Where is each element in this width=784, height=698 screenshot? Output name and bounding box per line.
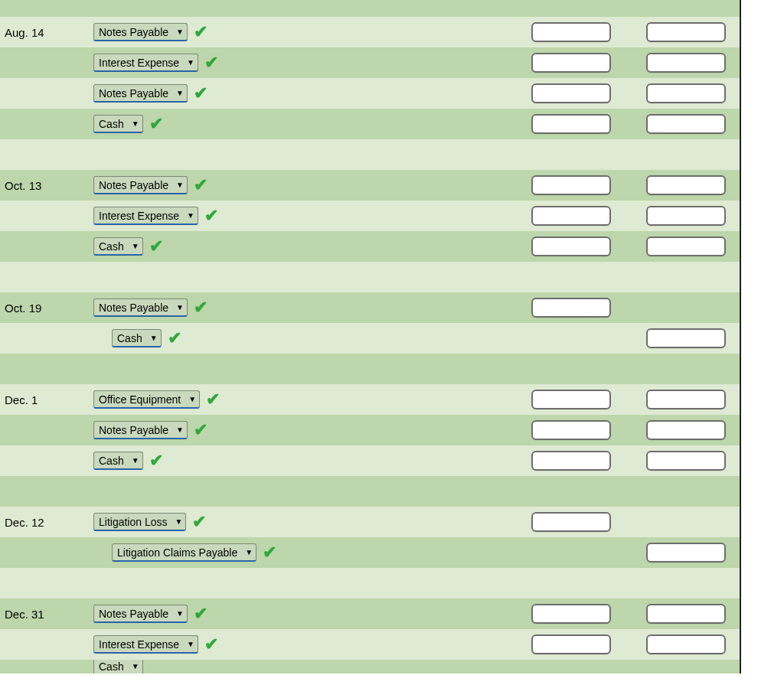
date-cell: Oct. 19 [0, 302, 93, 315]
account-select[interactable]: Notes Payable▼ [93, 298, 188, 317]
journal-row: Interest Expense▼✔ [0, 201, 740, 231]
chevron-down-icon: ▼ [245, 548, 253, 556]
account-select[interactable]: Cash▼ [112, 329, 162, 347]
credit-input[interactable] [646, 236, 726, 256]
credit-input[interactable] [646, 604, 726, 624]
journal-row: Notes Payable▼✔ [0, 415, 740, 445]
account-select[interactable]: Cash▼ [93, 452, 143, 470]
journal-row [0, 568, 740, 599]
account-select-label: Notes Payable [99, 302, 168, 314]
debit-cell [510, 634, 632, 654]
account-select[interactable]: Cash▼ [93, 115, 143, 133]
debit-cell [510, 114, 632, 134]
debit-input[interactable] [531, 390, 611, 409]
account-select[interactable]: Office Equipment▼ [93, 390, 200, 409]
credit-input[interactable] [646, 83, 726, 103]
journal-row: Interest Expense▼✔ [0, 47, 740, 78]
credit-cell [632, 83, 740, 103]
account-select[interactable]: Cash▼ [93, 237, 143, 256]
check-icon: ✔ [194, 605, 207, 622]
account-select-label: Notes Payable [99, 424, 168, 436]
debit-cell [510, 451, 632, 471]
credit-input[interactable] [646, 390, 726, 409]
debit-input[interactable] [531, 22, 611, 42]
journal-row: Interest Expense▼✔ [0, 629, 740, 660]
journal-row [0, 476, 740, 507]
debit-input[interactable] [531, 451, 611, 471]
debit-input[interactable] [531, 206, 611, 226]
account-select[interactable]: Notes Payable▼ [93, 84, 188, 103]
credit-input[interactable] [646, 206, 726, 226]
credit-input[interactable] [646, 420, 726, 440]
chevron-down-icon: ▼ [132, 662, 139, 670]
debit-input[interactable] [531, 236, 611, 256]
account-cell: Notes Payable▼✔ [93, 176, 510, 194]
check-icon: ✔ [194, 422, 207, 439]
debit-input[interactable] [531, 298, 611, 318]
account-select[interactable]: Notes Payable▼ [93, 605, 188, 623]
credit-input[interactable] [646, 328, 726, 348]
debit-cell [510, 420, 632, 440]
credit-cell [632, 543, 740, 563]
debit-input[interactable] [531, 420, 611, 440]
check-icon: ✔ [194, 24, 207, 41]
check-icon: ✔ [194, 177, 207, 194]
account-cell: Cash▼ [93, 660, 510, 674]
debit-input[interactable] [531, 175, 611, 195]
check-icon: ✔ [204, 54, 218, 71]
chevron-down-icon: ▼ [176, 426, 184, 434]
credit-cell [632, 236, 740, 256]
journal-row: Oct. 13Notes Payable▼✔ [0, 170, 740, 201]
journal-row: Aug. 14Notes Payable▼✔ [0, 17, 740, 47]
credit-input[interactable] [646, 175, 726, 195]
credit-input[interactable] [646, 53, 726, 73]
account-select[interactable]: Notes Payable▼ [93, 176, 188, 194]
account-select-label: Interest Expense [99, 210, 179, 222]
credit-input[interactable] [646, 634, 726, 654]
account-select[interactable]: Interest Expense▼ [93, 54, 198, 72]
debit-input[interactable] [531, 114, 611, 134]
chevron-down-icon: ▼ [187, 640, 194, 648]
debit-input[interactable] [531, 634, 611, 654]
credit-input[interactable] [646, 543, 726, 563]
debit-cell [510, 512, 632, 532]
credit-input[interactable] [646, 114, 726, 134]
date-cell: Aug. 14 [0, 26, 93, 39]
account-select-label: Litigation Loss [99, 516, 168, 528]
debit-input[interactable] [531, 53, 611, 73]
journal-row: Cash▼ [0, 660, 740, 674]
debit-input[interactable] [531, 604, 611, 624]
debit-input[interactable] [531, 83, 611, 103]
account-select-label: Office Equipment [99, 393, 181, 406]
credit-input[interactable] [646, 451, 726, 471]
credit-input[interactable] [646, 22, 726, 42]
account-select[interactable]: Notes Payable▼ [93, 23, 188, 41]
debit-cell [510, 53, 632, 73]
journal-row [0, 354, 740, 384]
account-cell: Litigation Loss▼✔ [93, 513, 510, 531]
account-select[interactable]: Cash▼ [93, 660, 143, 674]
journal-row: Cash▼✔ [0, 231, 740, 262]
account-select-label: Notes Payable [99, 87, 168, 99]
account-cell: Office Equipment▼✔ [93, 390, 510, 409]
account-select[interactable]: Interest Expense▼ [93, 635, 198, 654]
account-select[interactable]: Litigation Claims Payable▼ [112, 543, 256, 562]
debit-cell [510, 298, 632, 318]
account-select[interactable]: Litigation Loss▼ [93, 513, 186, 531]
credit-cell [632, 451, 740, 471]
check-icon: ✔ [206, 391, 220, 408]
account-select-label: Litigation Claims Payable [117, 546, 237, 559]
chevron-down-icon: ▼ [188, 395, 196, 403]
debit-input[interactable] [531, 512, 611, 532]
account-select[interactable]: Notes Payable▼ [93, 421, 188, 439]
credit-cell [632, 206, 740, 226]
debit-cell [510, 175, 632, 195]
check-icon: ✔ [194, 85, 207, 102]
credit-cell [632, 114, 740, 134]
account-select-label: Cash [99, 455, 124, 467]
journal-row: Cash▼✔ [0, 109, 740, 139]
journal-row: Oct. 19Notes Payable▼✔ [0, 292, 740, 323]
account-select-label: Cash [99, 118, 124, 130]
account-select[interactable]: Interest Expense▼ [93, 207, 198, 225]
account-cell: Cash▼✔ [93, 115, 510, 133]
